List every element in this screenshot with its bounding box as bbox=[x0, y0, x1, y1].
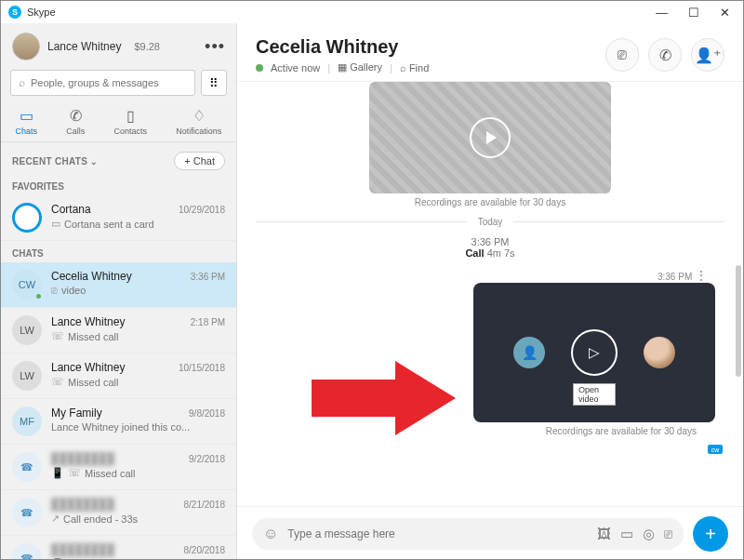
redacted-name: ████████ bbox=[51, 498, 114, 511]
profile-name: Lance Whitney bbox=[47, 40, 121, 53]
phone-icon: ✆ bbox=[659, 47, 671, 64]
video-call-button[interactable]: ⎚ bbox=[605, 38, 639, 72]
gallery-link[interactable]: ▦ Gallery bbox=[338, 61, 382, 73]
phone-icon: 📱 bbox=[51, 467, 64, 479]
open-video-button[interactable]: ▷ Open video bbox=[571, 329, 618, 376]
cursor-icon: ▷ bbox=[589, 344, 600, 361]
chat-item-cecelia[interactable]: CW Cecelia Whitney3:36 PM ⎚video bbox=[1, 262, 236, 308]
file-icon[interactable]: ▭ bbox=[620, 526, 633, 542]
contacts-icon: ▯ bbox=[126, 107, 135, 125]
message-more-button[interactable]: ⋮ bbox=[695, 268, 708, 283]
phone-avatar: ☎ bbox=[12, 498, 42, 527]
chat-item[interactable]: ☎ ████████9/2/2018 📱☏Missed call bbox=[1, 445, 236, 490]
play-icon bbox=[486, 131, 497, 144]
profile-credit: $9.28 bbox=[134, 41, 160, 52]
day-divider: Today bbox=[256, 217, 724, 227]
presence-icon bbox=[256, 64, 263, 72]
my-avatar[interactable] bbox=[12, 33, 40, 60]
minimize-button[interactable]: — bbox=[656, 6, 668, 20]
chat-item[interactable]: ☎ ████████8/20/2018 📱9 bbox=[1, 536, 236, 560]
search-input[interactable] bbox=[31, 77, 187, 88]
participant-avatar: 👤 bbox=[513, 337, 545, 368]
chat-item[interactable]: ☎ ████████8/21/2018 ↗Call ended - 33s bbox=[1, 490, 236, 536]
more-menu-button[interactable]: ••• bbox=[205, 37, 225, 57]
call-icon: ↗ bbox=[51, 513, 60, 525]
missed-call-icon: ☏ bbox=[51, 376, 64, 388]
svg-marker-0 bbox=[312, 361, 456, 435]
redacted-name: ████████ bbox=[51, 543, 114, 556]
missed-call-icon: ☏ bbox=[68, 467, 81, 479]
compose-box[interactable]: ☺ 🖼 ▭ ◎ ⎚ bbox=[252, 518, 684, 550]
search-icon: ⌕ bbox=[19, 76, 25, 89]
tab-chats[interactable]: ▭ Chats bbox=[16, 107, 38, 136]
video-icon: ⎚ bbox=[618, 47, 627, 63]
tab-contacts[interactable]: ▯ Contacts bbox=[114, 107, 148, 136]
tab-calls[interactable]: ✆ Calls bbox=[66, 107, 85, 136]
profile-row[interactable]: Lance Whitney $9.28 ••• bbox=[1, 23, 236, 70]
play-button[interactable] bbox=[470, 117, 511, 158]
read-receipt-badge: cw bbox=[708, 445, 723, 454]
nav-tabs: ▭ Chats ✆ Calls ▯ Contacts ♢ Notificatio… bbox=[1, 103, 236, 142]
add-people-button[interactable]: 👤⁺ bbox=[691, 38, 724, 72]
find-link[interactable]: ⌕ Find bbox=[400, 62, 429, 73]
video-icon: ⎚ bbox=[51, 285, 58, 296]
scrollbar[interactable] bbox=[736, 265, 741, 377]
avatar: LW bbox=[12, 361, 42, 391]
phone-avatar: ☎ bbox=[12, 452, 42, 482]
favorites-label: FAVORITES bbox=[1, 174, 236, 195]
recording-note: Recordings are available for 30 days bbox=[256, 197, 724, 207]
message-timestamp: 3:36 PM ⋮ bbox=[256, 268, 724, 283]
recording-card-prev[interactable] bbox=[369, 82, 611, 193]
conversation-panel: Cecelia Whitney Active now | ▦ Gallery |… bbox=[237, 23, 743, 560]
chat-item[interactable]: MF My Family9/8/2018 Lance Whitney joine… bbox=[1, 399, 236, 445]
skype-logo-icon: S bbox=[8, 6, 21, 19]
audio-call-button[interactable]: ✆ bbox=[648, 38, 682, 72]
conversation-body[interactable]: Recordings are available for 30 days Tod… bbox=[237, 82, 743, 506]
avatar: LW bbox=[12, 315, 42, 345]
cortana-avatar bbox=[12, 203, 42, 233]
avatar: CW bbox=[12, 270, 42, 300]
dialpad-button[interactable]: ⠿ bbox=[201, 70, 227, 96]
card-icon: ▭ bbox=[51, 218, 60, 230]
phone-avatar: ☎ bbox=[12, 543, 42, 560]
new-chat-button[interactable]: + Chat bbox=[174, 152, 225, 170]
maximize-button[interactable]: ☐ bbox=[688, 6, 699, 20]
participant-avatar bbox=[644, 337, 675, 368]
tab-notifications[interactable]: ♢ Notifications bbox=[176, 107, 221, 136]
conversation-header: Cecelia Whitney Active now | ▦ Gallery |… bbox=[237, 23, 743, 82]
annotation-arrow bbox=[312, 352, 460, 445]
titlebar: S Skype — ☐ ✕ bbox=[1, 1, 743, 23]
call-summary: 3:36 PM Call 4m 7s bbox=[256, 236, 724, 259]
close-button[interactable]: ✕ bbox=[720, 6, 730, 20]
video-recording-card[interactable]: 👤 ▷ Open video bbox=[473, 283, 715, 422]
location-icon[interactable]: ◎ bbox=[643, 526, 655, 542]
send-fab[interactable]: + bbox=[693, 516, 728, 552]
missed-call-icon: ☏ bbox=[51, 330, 64, 342]
chat-item-cortana[interactable]: Cortana 10/29/2018 ▭Cortana sent a card bbox=[1, 195, 236, 241]
image-icon[interactable]: 🖼 bbox=[597, 526, 611, 542]
calls-icon: ✆ bbox=[70, 107, 82, 125]
open-video-tooltip: Open video bbox=[573, 383, 616, 406]
search-box[interactable]: ⌕ bbox=[10, 70, 195, 96]
add-person-icon: 👤⁺ bbox=[695, 47, 721, 64]
sidebar: Lance Whitney $9.28 ••• ⌕ ⠿ ▭ Chats ✆ Ca… bbox=[1, 23, 237, 560]
emoji-icon[interactable]: ☺ bbox=[263, 526, 278, 542]
recent-chats-label: RECENT CHATS ⌄ bbox=[12, 156, 99, 167]
status-text: Active now bbox=[271, 62, 320, 73]
camera-icon[interactable]: ⎚ bbox=[664, 526, 672, 542]
conversation-title: Cecelia Whitney bbox=[256, 36, 605, 58]
avatar: MF bbox=[12, 407, 42, 436]
chat-item[interactable]: LW Lance Whitney2:18 PM ☏Missed call bbox=[1, 308, 236, 353]
composer: ☺ 🖼 ▭ ◎ ⎚ + bbox=[237, 506, 743, 560]
redacted-name: ████████ bbox=[51, 452, 114, 465]
window-title: Skype bbox=[27, 7, 56, 18]
bell-icon: ♢ bbox=[193, 107, 206, 125]
message-input[interactable] bbox=[287, 527, 588, 540]
chats-icon: ▭ bbox=[20, 107, 33, 125]
chat-item[interactable]: LW Lance Whitney10/15/2018 ☏Missed call bbox=[1, 353, 236, 399]
presence-dot bbox=[34, 292, 43, 300]
chats-label: CHATS bbox=[1, 241, 236, 262]
